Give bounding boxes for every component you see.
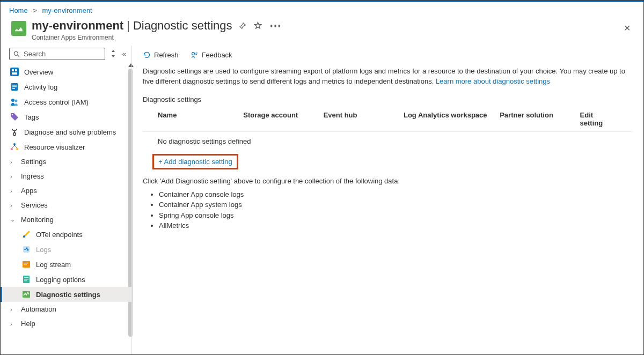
sidebar-item-label: Ingress: [21, 172, 44, 180]
close-icon[interactable]: ✕: [621, 21, 633, 35]
svg-rect-23: [24, 263, 28, 263]
chevron-right-icon: ›: [10, 159, 17, 165]
sidebar-item-overview[interactable]: Overview: [1, 64, 131, 79]
sidebar-group-apps[interactable]: › Apps: [1, 183, 131, 198]
svg-point-30: [192, 53, 194, 55]
resource-name: my-environment: [32, 19, 123, 33]
search-icon: [13, 50, 20, 58]
svg-rect-27: [24, 279, 28, 279]
iam-icon: [10, 98, 19, 106]
svg-rect-3: [12, 69, 14, 71]
sidebar-item-otel[interactable]: OTel endpoints: [1, 227, 131, 242]
list-item: AllMetrics: [159, 220, 633, 231]
svg-rect-24: [24, 264, 27, 265]
list-item: Spring App console logs: [159, 210, 633, 221]
table-header: Name Storage account Event hub Log Analy…: [143, 107, 633, 132]
section-heading: Diagnostic settings: [143, 95, 633, 103]
chevron-right-icon: ›: [10, 321, 17, 327]
sidebar-item-label: Access control (IAM): [24, 98, 89, 106]
chevron-right-icon: ›: [10, 306, 17, 313]
sidebar-group-services[interactable]: › Services: [1, 198, 131, 212]
description-text: Diagnostic settings are used to configur…: [143, 66, 633, 87]
chevron-right-icon: ›: [10, 173, 17, 180]
svg-point-16: [11, 148, 13, 150]
sidebar-item-label: Monitoring: [21, 216, 54, 224]
svg-rect-21: [23, 246, 30, 253]
sidebar: Search « Overview Activity log Access co…: [1, 46, 131, 354]
collapse-sidebar-icon[interactable]: «: [121, 50, 127, 58]
svg-point-17: [16, 148, 18, 150]
sidebar-item-diagnostic-settings[interactable]: Diagnostic settings: [1, 287, 131, 302]
expand-collapse-icon[interactable]: [109, 50, 117, 58]
svg-point-0: [14, 51, 18, 55]
refresh-label: Refresh: [154, 51, 179, 59]
sidebar-item-label: Activity log: [24, 83, 57, 91]
page-subtitle: Container Apps Environment: [32, 34, 621, 41]
pin-icon[interactable]: [239, 19, 246, 33]
breadcrumb: Home > my-environment: [1, 2, 643, 17]
svg-rect-9: [12, 88, 15, 89]
page-name: Diagnostic settings: [133, 19, 232, 33]
add-diagnostic-setting-link[interactable]: + Add diagnostic setting: [158, 158, 232, 166]
col-partner: Partner solution: [500, 111, 580, 127]
sidebar-group-help[interactable]: › Help: [1, 316, 131, 331]
sidebar-item-iam[interactable]: Access control (IAM): [1, 94, 131, 109]
sidebar-item-visualizer[interactable]: Resource visualizer: [1, 139, 131, 154]
sidebar-item-label: Overview: [24, 68, 53, 76]
sidebar-item-log-stream[interactable]: Log stream: [1, 257, 131, 272]
overview-icon: [10, 68, 19, 76]
sidebar-group-settings[interactable]: › Settings: [1, 154, 131, 169]
svg-line-18: [12, 145, 14, 148]
sidebar-item-tags[interactable]: Tags: [1, 109, 131, 124]
svg-rect-2: [10, 68, 19, 76]
sidebar-item-label: Tags: [24, 113, 39, 121]
svg-point-15: [13, 143, 16, 145]
log-stream-icon: [22, 260, 31, 269]
sidebar-item-label: Resource visualizer: [24, 143, 85, 151]
logging-options-icon: [22, 275, 31, 284]
sidebar-item-logs[interactable]: Logs: [1, 242, 131, 257]
svg-rect-28: [24, 280, 27, 281]
feedback-icon: [191, 51, 199, 59]
sidebar-item-logging-options[interactable]: Logging options: [1, 272, 131, 287]
sidebar-group-monitoring[interactable]: ⌄ Monitoring: [1, 212, 131, 227]
resource-icon: [11, 21, 26, 36]
svg-rect-5: [12, 72, 17, 75]
svg-rect-8: [12, 86, 17, 87]
search-input[interactable]: Search: [9, 48, 105, 60]
list-item: Container App system logs: [159, 199, 633, 210]
sidebar-item-label: Automation: [21, 305, 56, 313]
chevron-right-icon: ›: [10, 188, 17, 194]
col-log: Log Analytics workspace: [404, 111, 500, 127]
more-icon[interactable]: ⋯: [269, 19, 282, 33]
svg-line-1: [18, 55, 19, 56]
list-item: Container App console logs: [159, 189, 633, 200]
favorite-icon[interactable]: [254, 19, 262, 33]
svg-point-11: [15, 100, 18, 102]
refresh-icon: [143, 51, 151, 59]
svg-point-20: [23, 235, 25, 238]
breadcrumb-current[interactable]: my-environment: [42, 6, 92, 14]
refresh-button[interactable]: Refresh: [143, 51, 179, 59]
svg-rect-4: [15, 69, 17, 71]
main-content: Refresh Feedback Diagnostic settings are…: [131, 46, 643, 354]
sidebar-item-label: Apps: [21, 187, 37, 195]
sidebar-item-diagnose[interactable]: Diagnose and solve problems: [1, 124, 131, 139]
svg-rect-7: [12, 85, 17, 86]
col-storage: Storage account: [243, 111, 323, 127]
chevron-down-icon: ⌄: [10, 216, 17, 223]
sidebar-item-label: Help: [21, 320, 35, 328]
data-categories-list: Container App console logs Container App…: [159, 189, 633, 231]
breadcrumb-separator: >: [33, 6, 37, 14]
sidebar-item-activity-log[interactable]: Activity log: [1, 79, 131, 94]
empty-state: No diagnostic settings defined: [143, 132, 633, 151]
add-diagnostic-highlight: + Add diagnostic setting: [152, 154, 238, 169]
sidebar-item-label: Log stream: [36, 261, 71, 269]
diagnose-icon: [10, 128, 19, 136]
learn-more-link[interactable]: Learn more about diagnostic settings: [436, 77, 550, 85]
feedback-button[interactable]: Feedback: [191, 51, 232, 59]
sidebar-group-ingress[interactable]: › Ingress: [1, 169, 131, 183]
sidebar-group-automation[interactable]: › Automation: [1, 302, 131, 316]
breadcrumb-home[interactable]: Home: [9, 6, 28, 14]
page-title: my-environment | Diagnostic settings ⋯: [32, 19, 621, 33]
